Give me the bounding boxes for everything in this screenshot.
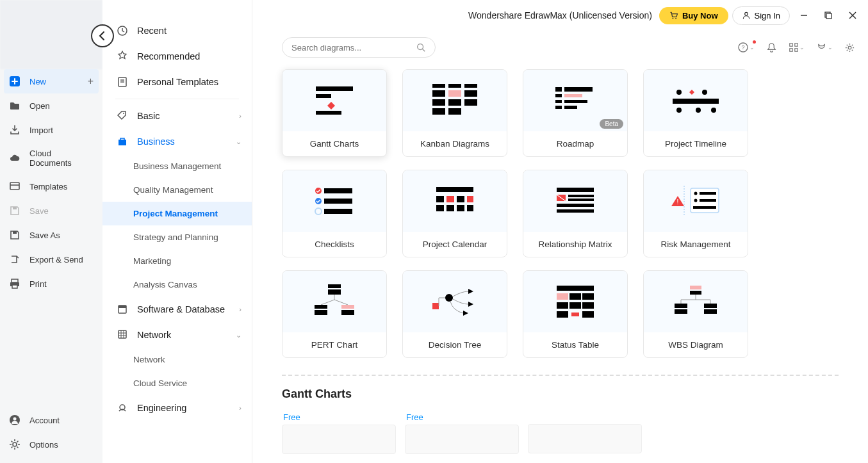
gallery-thumb	[282, 425, 396, 454]
apps-button[interactable]: ⌄	[789, 42, 805, 53]
sidebar-saveas[interactable]: Save As	[0, 223, 102, 247]
search-input[interactable]	[291, 43, 416, 53]
svg-marker-103	[468, 289, 473, 294]
sidebar-options[interactable]: Options	[0, 432, 102, 457]
gallery-card[interactable]: Free	[405, 410, 519, 454]
free-label: Free	[282, 410, 396, 425]
sidebar-save: Save	[0, 199, 102, 223]
cat-recommended[interactable]: Recommended	[102, 44, 252, 69]
sidebar-print[interactable]: Print	[0, 272, 102, 296]
main-area: Wondershare EdrawMax (Unlicensed Version…	[252, 0, 868, 463]
sidebar-account[interactable]: Account	[0, 408, 102, 432]
template-card-timeline[interactable]: Project Timeline	[643, 69, 748, 157]
sidebar-import[interactable]: Import	[0, 118, 102, 142]
svg-rect-37	[464, 84, 477, 88]
notifications-button[interactable]	[766, 42, 777, 53]
cat-sub-cloud[interactable]: Cloud Service	[102, 371, 252, 395]
buy-now-button[interactable]: Buy Now	[659, 7, 728, 24]
svg-rect-16	[119, 330, 126, 338]
svg-rect-46	[555, 87, 562, 92]
template-thumb	[403, 70, 507, 131]
svg-point-89	[694, 199, 698, 202]
cat-sub-strategy[interactable]: Strategy and Planning	[102, 225, 252, 249]
svg-marker-104	[468, 302, 473, 307]
cat-sub-analysis[interactable]: Analysis Canvas	[102, 273, 252, 296]
file-sidebar: New + Open Import Cloud Documents Templa…	[0, 0, 102, 463]
template-label: Project Timeline	[644, 131, 748, 156]
gallery-card[interactable]	[528, 410, 642, 454]
cat-basic[interactable]: Basic ›	[102, 103, 252, 129]
cat-personal[interactable]: Personal Templates	[102, 69, 252, 95]
gallery-card[interactable]: Free	[282, 410, 396, 454]
templates-icon	[9, 181, 20, 192]
sidebar-label: Templates	[29, 182, 67, 191]
template-card-decision[interactable]: Decision Tree	[402, 270, 507, 358]
template-card-kanban[interactable]: Kanban Diagrams	[402, 69, 507, 157]
sidebar-export[interactable]: Export & Send	[0, 247, 102, 272]
cat-software[interactable]: Software & Database ›	[102, 296, 252, 322]
template-thumb	[403, 271, 507, 332]
svg-rect-107	[557, 293, 568, 300]
svg-rect-88	[700, 192, 716, 195]
close-button[interactable]	[842, 5, 863, 26]
template-card-risk[interactable]: ! Risk Management	[643, 170, 748, 257]
search-box[interactable]	[282, 37, 436, 58]
template-card-checklists[interactable]: Checklists	[282, 170, 387, 257]
cat-business[interactable]: Business ⌄	[102, 129, 252, 154]
cat-engineering[interactable]: Engineering ›	[102, 395, 252, 421]
sidebar-templates[interactable]: Templates	[0, 174, 102, 199]
cat-sub-marketing[interactable]: Marketing	[102, 249, 252, 273]
signin-button[interactable]: Sign In	[732, 6, 790, 25]
template-label: Relationship Matrix	[523, 232, 627, 257]
template-card-gantt[interactable]: Gantt Charts	[282, 69, 387, 157]
template-card-relmatrix[interactable]: Relationship Matrix	[523, 170, 628, 257]
sidebar-cloud[interactable]: Cloud Documents	[0, 142, 102, 174]
template-card-pert[interactable]: PERT Chart	[282, 270, 387, 358]
add-icon[interactable]: +	[88, 76, 94, 87]
cat-sub-quality-mgmt[interactable]: Quality Management	[102, 178, 252, 202]
theme-button[interactable]: ⌄	[816, 42, 833, 53]
tag-icon	[117, 110, 128, 122]
sidebar-new[interactable]: New +	[4, 69, 99, 93]
template-card-roadmap[interactable]: Beta Roadmap	[523, 69, 628, 157]
svg-line-95	[321, 300, 334, 305]
sidebar-open[interactable]: Open	[0, 93, 102, 118]
template-card-wbs[interactable]: WBS Diagram	[643, 270, 748, 358]
template-grid: Gantt Charts Kanban Diagrams Beta Roadma…	[282, 69, 839, 358]
plus-square-icon	[9, 76, 20, 87]
sidebar-label: Export & Send	[29, 255, 83, 264]
template-label: PERT Chart	[283, 332, 386, 357]
svg-rect-76	[557, 188, 594, 192]
svg-rect-6	[12, 285, 17, 288]
cat-network[interactable]: Network ⌄	[102, 322, 252, 348]
cat-sub-network[interactable]: Network	[102, 348, 252, 371]
cat-sub-business-mgmt[interactable]: Business Management	[102, 154, 252, 178]
svg-rect-35	[432, 84, 445, 88]
sidebar-label: Account	[29, 416, 60, 425]
maximize-button[interactable]	[818, 5, 839, 26]
svg-rect-2	[13, 207, 17, 209]
cat-sub-project-mgmt[interactable]: Project Management	[102, 202, 252, 225]
minimize-button[interactable]	[794, 5, 814, 26]
template-label: WBS Diagram	[644, 332, 748, 357]
svg-rect-67	[436, 187, 473, 192]
settings-button[interactable]	[844, 42, 855, 53]
template-card-status[interactable]: Status Table	[523, 270, 628, 358]
template-thumb	[523, 271, 627, 332]
sidebar-label: Print	[29, 279, 47, 289]
sidebar-label: Save As	[29, 231, 60, 240]
svg-rect-42	[448, 99, 461, 106]
cat-recent[interactable]: Recent	[102, 18, 252, 44]
titlebar: Wondershare EdrawMax (Unlicensed Version…	[252, 0, 868, 31]
svg-rect-53	[564, 106, 577, 109]
sidebar-label: Cloud Documents	[29, 149, 94, 168]
svg-rect-115	[582, 311, 594, 318]
back-button[interactable]	[91, 24, 114, 47]
help-button[interactable]: ?⌄	[737, 42, 755, 53]
svg-rect-51	[564, 100, 587, 103]
svg-text:!: !	[677, 199, 679, 206]
sidebar-label: Open	[29, 101, 50, 111]
template-card-calendar[interactable]: Project Calendar	[402, 170, 507, 257]
bookmark-icon	[117, 76, 128, 88]
template-label: Roadmap	[523, 131, 627, 156]
